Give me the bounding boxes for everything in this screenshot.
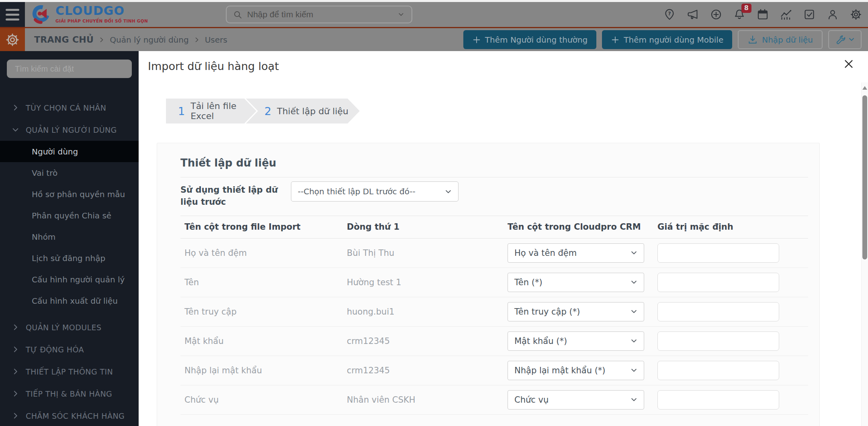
default-value-input[interactable] <box>657 243 779 263</box>
wrench-icon <box>835 35 845 45</box>
tools-dropdown-button[interactable] <box>828 30 862 49</box>
wizard-step-upload[interactable]: 1 Tải lên file Excel <box>166 99 256 123</box>
column-header: Dòng thứ 1 <box>347 222 508 232</box>
first-row-value: crm12345 <box>347 366 508 375</box>
sidebar-item-groups[interactable]: Nhóm <box>0 226 139 247</box>
chevron-down-icon <box>631 279 637 286</box>
scrollbar-thumb[interactable] <box>862 95 867 259</box>
close-button[interactable] <box>841 57 856 71</box>
default-value-input[interactable] <box>657 390 779 410</box>
cloudgo-logo-icon <box>31 4 51 25</box>
brand-name: CLOUDGO <box>55 5 148 17</box>
sidebar-section-modules[interactable]: QUẢN LÝ MODULES <box>0 316 139 338</box>
table-row: Chức vụ Nhân viên CSKH Chức vụ <box>180 385 808 415</box>
import-data-button[interactable]: Nhập dữ liệu <box>738 30 823 49</box>
chevron-right-icon <box>12 324 19 331</box>
add-regular-user-button[interactable]: Thêm Người dùng thường <box>463 30 596 49</box>
brand-text: CLOUDGO GIẢI PHÁP CHUYỂN ĐỔI SỐ TINH GỌN <box>55 5 148 23</box>
data-setup-card: Thiết lập dữ liệu Sử dụng thiết lập dữ l… <box>157 143 820 426</box>
chevron-right-icon <box>12 390 19 397</box>
accent-divider <box>0 27 868 28</box>
top-bar-icons: ? 8 <box>663 2 862 27</box>
settings-module-icon[interactable] <box>0 28 25 51</box>
sidebar-search-input[interactable] <box>7 60 132 78</box>
global-search[interactable] <box>226 6 412 23</box>
settings-icon[interactable] <box>850 8 862 21</box>
crm-field-select[interactable]: Tên (*) <box>508 273 644 292</box>
plus-icon <box>472 35 481 44</box>
chevron-right-icon <box>12 368 19 375</box>
app-screen: CLOUDGO GIẢI PHÁP CHUYỂN ĐỔI SỐ TINH GỌN… <box>0 0 868 426</box>
sidebar-item-permission-profiles[interactable]: Hồ sơ phân quyền mẫu <box>0 183 139 205</box>
table-row: Tên truy cập huong.bui1 Tên truy cập (*) <box>180 297 808 327</box>
first-row-value: huong.bui1 <box>347 307 508 317</box>
sidebar-item-sharing-permissions[interactable]: Phân quyền Chia sẻ <box>0 205 139 226</box>
location-question-icon[interactable]: ? <box>663 8 676 21</box>
menu-toggle-button[interactable] <box>0 2 25 27</box>
default-value-input[interactable] <box>657 302 779 321</box>
sidebar-section-personal-options[interactable]: TÙY CHỌN CÁ NHÂN <box>0 97 139 119</box>
breadcrumb-bar: TRANG CHỦ Quản lý người dùng Users Thêm … <box>0 28 868 51</box>
crm-field-select[interactable]: Chức vụ <box>508 390 644 410</box>
default-value-input[interactable] <box>657 273 779 292</box>
chevron-down-icon[interactable] <box>397 10 405 19</box>
table-row: Mật khẩu crm12345 Mật khẩu (*) <box>180 327 808 356</box>
chevron-down-icon <box>631 367 637 374</box>
chevron-down-icon <box>848 35 855 45</box>
sidebar-nav: TÙY CHỌN CÁ NHÂN QUẢN LÝ NGƯỜI DÙNG Ngườ… <box>0 97 139 426</box>
sidebar-item-manager-config[interactable]: Cấu hình người quản lý <box>0 269 139 290</box>
wizard-step-setup[interactable]: 2 Thiết lập dữ liệu <box>246 99 360 123</box>
crm-field-select[interactable]: Tên truy cập (*) <box>508 302 644 321</box>
chevron-down-icon <box>631 338 637 344</box>
crm-field-select[interactable]: Họ và tên đệm <box>508 243 644 263</box>
sidebar-item-login-history[interactable]: Lịch sử đăng nhập <box>0 247 139 269</box>
first-row-value: Hường test 1 <box>347 278 508 287</box>
chevron-down-icon <box>631 308 637 315</box>
import-column-name: Nhập lại mật khẩu <box>180 366 347 375</box>
sidebar-section-label: QUẢN LÝ NGƯỜI DÙNG <box>26 126 117 134</box>
calendar-icon[interactable] <box>756 8 769 21</box>
modal-title: Import dữ liệu hàng loạt <box>148 60 279 72</box>
scrollbar-up-arrow[interactable] <box>862 86 867 90</box>
sidebar-item-export-config[interactable]: Cấu hình xuất dữ liệu <box>0 290 139 311</box>
chevron-right-icon <box>194 37 200 43</box>
brand-tagline: GIẢI PHÁP CHUYỂN ĐỔI SỐ TINH GỌN <box>55 19 148 23</box>
breadcrumb-home-link[interactable]: TRANG CHỦ <box>34 35 94 45</box>
global-search-input[interactable] <box>247 10 392 19</box>
sidebar-section-automation[interactable]: TỰ ĐỘNG HÓA <box>0 338 139 360</box>
breadcrumb-current: Users <box>205 35 227 45</box>
analytics-icon[interactable] <box>780 8 792 21</box>
default-value-input[interactable] <box>657 361 779 380</box>
brand-logo[interactable]: CLOUDGO GIẢI PHÁP CHUYỂN ĐỔI SỐ TINH GỌN <box>31 4 148 25</box>
sidebar-section-information-setup[interactable]: THIẾT LẬP THÔNG TIN <box>0 360 139 383</box>
import-column-name: Tên <box>180 278 347 287</box>
step-number: 2 <box>264 105 271 117</box>
column-header: Tên cột trong file Import <box>180 222 347 232</box>
breadcrumb-module-link[interactable]: Quản lý người dùng <box>110 35 188 45</box>
page-actions: Thêm Người dùng thường Thêm người dùng M… <box>463 30 862 49</box>
preset-select[interactable]: --Chọn thiết lập DL trước đó-- <box>291 181 459 202</box>
import-column-name: Tên truy cập <box>180 307 347 317</box>
crm-field-select[interactable]: Nhập lại mật khẩu (*) <box>508 361 644 380</box>
chevron-right-icon <box>12 412 19 419</box>
profile-icon[interactable] <box>826 8 839 21</box>
megaphone-icon[interactable] <box>686 8 699 21</box>
crm-field-select[interactable]: Mật khẩu (*) <box>508 331 644 351</box>
import-column-name: Họ và tên đệm <box>180 248 347 258</box>
table-header-row: Tên cột trong file Import Dòng thứ 1 Tên… <box>180 216 808 239</box>
default-value-input[interactable] <box>657 331 779 351</box>
sidebar-item-roles[interactable]: Vai trò <box>0 162 139 183</box>
tasks-icon[interactable] <box>803 8 816 21</box>
sidebar-section-user-management[interactable]: QUẢN LÝ NGƯỜI DÙNG <box>0 119 139 141</box>
sidebar-section-marketing-sales[interactable]: TIẾP THỊ & BÁN HÀNG <box>0 383 139 405</box>
add-mobile-user-label: Thêm người dùng Mobile <box>624 35 723 45</box>
notification-badge: 8 <box>741 4 751 13</box>
chevron-down-icon <box>631 249 637 256</box>
settings-sidebar: TÙY CHỌN CÁ NHÂN QUẢN LÝ NGƯỜI DÙNG Ngườ… <box>0 51 139 426</box>
notifications-icon[interactable]: 8 <box>733 8 746 21</box>
add-mobile-user-button[interactable]: Thêm người dùng Mobile <box>602 30 732 49</box>
modal-scrollbar <box>861 82 868 426</box>
sidebar-section-customer-care[interactable]: CHĂM SÓC KHÁCH HÀNG <box>0 405 139 426</box>
sidebar-item-users[interactable]: Người dùng <box>0 141 139 162</box>
add-circle-icon[interactable] <box>710 8 723 21</box>
